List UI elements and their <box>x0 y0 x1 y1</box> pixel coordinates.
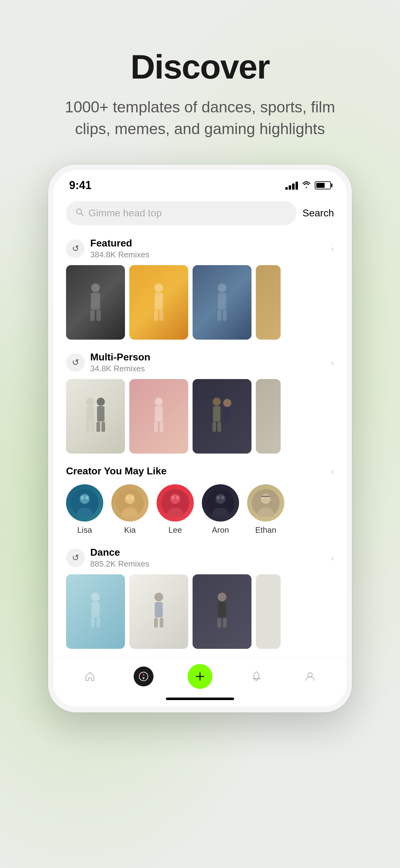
creator-name-aron: Aron <box>212 525 229 535</box>
featured-thumb-3[interactable] <box>193 265 252 340</box>
dance-title: Dance <box>90 547 149 558</box>
creators-row: Lisa <box>66 484 334 535</box>
dance-thumb-1[interactable] <box>66 574 125 649</box>
multi-thumb-2[interactable] <box>129 379 188 454</box>
signal-icon <box>285 181 298 190</box>
dance-subtitle: 885.2K Remixes <box>90 559 149 569</box>
dance-thumb-3[interactable] <box>193 574 252 649</box>
nav-home[interactable] <box>80 666 100 686</box>
creator-aron[interactable]: Aron <box>202 484 239 535</box>
creators-header: Creator You May Like › <box>66 462 334 484</box>
multi-thumb-3[interactable] <box>193 379 252 454</box>
multi-text-wrap: Multi-Person 34.8K Remixes <box>90 351 151 373</box>
creator-lee[interactable]: Lee <box>157 484 194 535</box>
svg-point-51 <box>221 496 224 499</box>
dance-text-wrap: Dance 885.2K Remixes <box>90 547 149 569</box>
svg-rect-61 <box>96 618 100 628</box>
svg-rect-57 <box>261 496 270 497</box>
home-bar <box>166 698 234 700</box>
svg-rect-21 <box>101 422 105 432</box>
svg-point-74 <box>308 673 312 677</box>
svg-rect-19 <box>97 406 104 422</box>
svg-rect-23 <box>155 406 163 422</box>
featured-thumb-4[interactable] <box>256 265 280 340</box>
search-row: Gimme head top Search <box>66 201 334 225</box>
svg-point-45 <box>171 496 174 499</box>
multi-title: Multi-Person <box>90 351 151 363</box>
featured-section-header: ↺ Featured 384.8K Remixes › <box>66 235 334 265</box>
featured-chevron[interactable]: › <box>331 243 334 254</box>
phone-frame: 9:41 <box>48 164 352 712</box>
battery-icon <box>315 181 331 189</box>
multi-section-info: ↺ Multi-Person 34.8K Remixes <box>66 351 151 373</box>
svg-point-14 <box>86 398 94 406</box>
svg-point-66 <box>218 593 226 601</box>
svg-rect-67 <box>218 602 226 617</box>
svg-rect-11 <box>218 293 226 310</box>
svg-rect-16 <box>86 422 90 432</box>
page-header: Discover 1000+ templates of dances, spor… <box>48 50 352 140</box>
svg-point-18 <box>97 398 105 406</box>
creator-avatar-ethan <box>247 484 284 522</box>
nav-compass[interactable] <box>134 666 154 686</box>
creator-lisa[interactable]: Lisa <box>66 484 103 535</box>
dance-thumb-2[interactable] <box>129 574 188 649</box>
featured-remix-icon: ↺ <box>66 239 85 258</box>
svg-rect-65 <box>160 618 163 628</box>
svg-rect-15 <box>87 406 94 422</box>
featured-thumb-1[interactable] <box>66 265 125 340</box>
status-icons <box>285 180 331 190</box>
svg-point-36 <box>85 496 88 499</box>
multi-chevron[interactable]: › <box>331 357 334 368</box>
featured-thumb-2[interactable] <box>129 265 188 340</box>
featured-title: Featured <box>90 238 149 249</box>
search-bar[interactable]: Gimme head top <box>66 201 296 225</box>
dance-remix-icon: ↺ <box>66 549 85 567</box>
page-wrapper: Discover 1000+ templates of dances, spor… <box>48 0 352 712</box>
svg-point-10 <box>218 283 226 292</box>
svg-rect-13 <box>223 310 227 321</box>
creator-avatar-lisa <box>66 484 103 522</box>
featured-thumbnails <box>66 265 334 340</box>
svg-point-41 <box>131 496 134 499</box>
svg-point-6 <box>155 283 163 292</box>
dance-chevron[interactable]: › <box>331 553 334 563</box>
creators-section: Creator You May Like › <box>66 462 334 535</box>
creator-ethan[interactable]: Ethan <box>247 484 284 535</box>
creator-name-lee: Lee <box>168 525 182 535</box>
svg-rect-9 <box>159 310 163 321</box>
svg-rect-25 <box>160 422 163 432</box>
svg-rect-3 <box>91 293 100 310</box>
nav-bell[interactable] <box>246 666 266 686</box>
svg-rect-63 <box>155 602 163 617</box>
home-indicator <box>54 693 346 707</box>
creators-title: Creator You May Like <box>66 465 167 477</box>
multi-thumb-4[interactable] <box>256 379 280 454</box>
status-time: 9:41 <box>69 179 92 192</box>
page-title: Discover <box>48 50 352 84</box>
svg-rect-64 <box>154 618 158 628</box>
svg-point-58 <box>91 593 100 601</box>
app-content: Gimme head top Search ↺ Featured 384.8K … <box>54 195 346 649</box>
creator-kia[interactable]: Kia <box>111 484 148 535</box>
search-button[interactable]: Search <box>303 207 334 219</box>
search-placeholder: Gimme head top <box>88 207 162 219</box>
nav-add[interactable] <box>188 664 212 689</box>
multi-subtitle: 34.8K Remixes <box>90 364 151 373</box>
nav-profile[interactable] <box>300 666 320 686</box>
multi-thumb-1[interactable] <box>66 379 125 454</box>
bell-icon <box>246 666 266 686</box>
featured-subtitle: 384.8K Remixes <box>90 250 149 259</box>
svg-rect-68 <box>218 618 221 628</box>
dance-thumb-4[interactable] <box>256 574 280 649</box>
svg-point-40 <box>126 496 129 499</box>
svg-point-30 <box>223 399 231 407</box>
status-bar: 9:41 <box>54 170 346 195</box>
svg-point-38 <box>125 494 135 504</box>
svg-rect-4 <box>90 310 95 321</box>
svg-point-62 <box>155 593 163 601</box>
creator-name-kia: Kia <box>124 525 136 535</box>
creators-chevron[interactable]: › <box>331 466 334 476</box>
svg-point-22 <box>155 398 163 406</box>
creator-avatar-lee <box>157 484 194 522</box>
